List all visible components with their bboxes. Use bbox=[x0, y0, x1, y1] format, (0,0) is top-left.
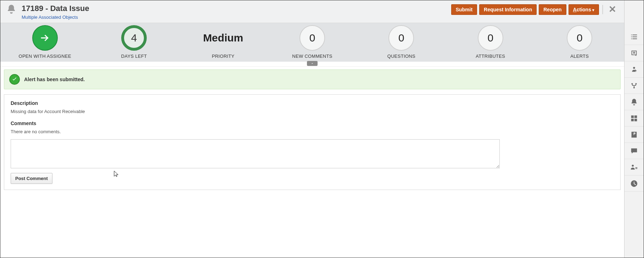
banner-message: Alert has been submitted. bbox=[24, 77, 85, 82]
stat-new-comments: 0 NEW COMMENTS bbox=[271, 25, 353, 59]
actions-dropdown[interactable]: Actions bbox=[569, 4, 599, 15]
new-comments-value: 0 bbox=[299, 25, 325, 51]
description-text: Missing data for Account Receivable bbox=[11, 109, 614, 114]
success-banner: Alert has been submitted. bbox=[4, 69, 621, 89]
comment-icon[interactable] bbox=[625, 143, 644, 159]
close-icon[interactable]: ✕ bbox=[606, 4, 618, 15]
post-comment-button[interactable]: Post Comment bbox=[11, 173, 52, 184]
bell-icon[interactable] bbox=[625, 94, 644, 110]
assignee-icon[interactable] bbox=[625, 61, 644, 78]
stat-label: QUESTIONS bbox=[387, 54, 415, 59]
clock-icon[interactable] bbox=[625, 175, 644, 192]
comments-heading: Comments bbox=[11, 120, 614, 126]
days-left-value: 4 bbox=[121, 25, 147, 51]
info-icon[interactable] bbox=[625, 45, 644, 61]
attributes-value: 0 bbox=[478, 25, 503, 51]
check-icon bbox=[9, 74, 20, 85]
stats-band: OPEN WITH ASSIGNEE 4 DAYS LEFT Medium PR… bbox=[0, 23, 624, 62]
stat-open-with-assignee: OPEN WITH ASSIGNEE bbox=[4, 25, 86, 59]
stat-questions: 0 QUESTIONS bbox=[360, 25, 442, 59]
associated-objects-link[interactable]: Multiple Associated Objects bbox=[22, 15, 446, 20]
request-information-button[interactable]: Request Information bbox=[479, 4, 537, 15]
stat-attributes: 0 ATTRIBUTES bbox=[449, 25, 531, 59]
stat-label: NEW COMMENTS bbox=[292, 54, 332, 59]
content-card: Description Missing data for Account Rec… bbox=[4, 94, 621, 190]
priority-value: Medium bbox=[203, 25, 243, 51]
comment-input[interactable] bbox=[11, 139, 500, 168]
collapse-bar bbox=[0, 62, 624, 67]
list-icon[interactable] bbox=[625, 29, 644, 45]
page-header: 17189 - Data Issue Multiple Associated O… bbox=[0, 0, 624, 23]
alert-icon bbox=[6, 4, 17, 16]
stat-label: PRIORITY bbox=[212, 54, 235, 59]
right-toolbar bbox=[625, 0, 644, 258]
description-heading: Description bbox=[11, 100, 614, 106]
stat-label: OPEN WITH ASSIGNEE bbox=[18, 54, 71, 59]
collapse-toggle[interactable] bbox=[307, 61, 318, 66]
submit-button[interactable]: Submit bbox=[451, 4, 477, 15]
stat-label: ATTRIBUTES bbox=[476, 54, 505, 59]
separator bbox=[603, 5, 603, 14]
stat-label: DAYS LEFT bbox=[121, 54, 147, 59]
questions-value: 0 bbox=[388, 25, 414, 51]
stat-days-left: 4 DAYS LEFT bbox=[93, 25, 175, 59]
reopen-button[interactable]: Reopen bbox=[539, 4, 566, 15]
user-icon[interactable] bbox=[625, 159, 644, 175]
stat-priority: Medium PRIORITY bbox=[182, 25, 264, 59]
arrow-right-icon bbox=[32, 25, 58, 51]
page-title: 17189 - Data Issue bbox=[22, 4, 446, 13]
workflow-icon[interactable] bbox=[625, 78, 644, 94]
help-icon[interactable] bbox=[625, 127, 644, 143]
no-comments-text: There are no comments. bbox=[11, 129, 614, 134]
alerts-value: 0 bbox=[567, 25, 592, 51]
grid-icon[interactable] bbox=[625, 110, 644, 127]
stat-alerts: 0 ALERTS bbox=[539, 25, 621, 59]
stat-label: ALERTS bbox=[570, 54, 589, 59]
